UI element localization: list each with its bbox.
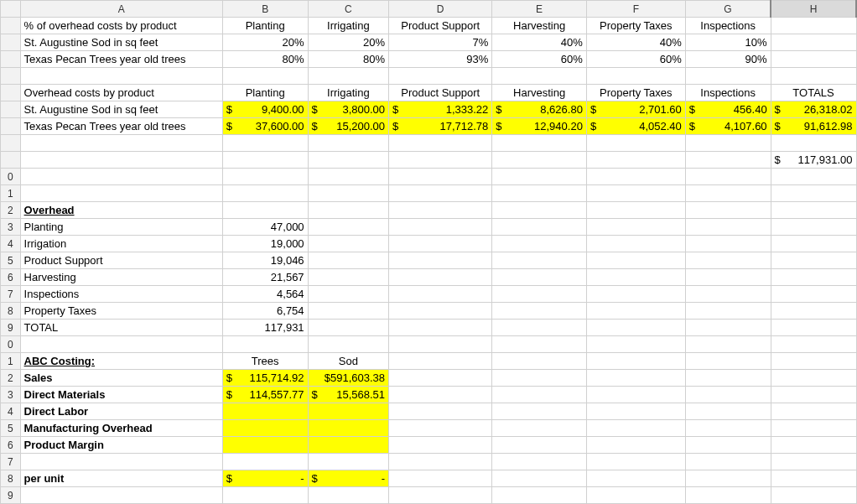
cell[interactable]: Overhead costs by product <box>20 85 222 101</box>
row-header[interactable]: 4 <box>1 236 21 252</box>
cell[interactable] <box>222 202 308 219</box>
cell[interactable]: $456.40 <box>685 101 771 118</box>
cell[interactable] <box>685 387 771 403</box>
cell[interactable] <box>222 403 308 420</box>
cell[interactable] <box>771 336 856 353</box>
cell[interactable]: Irrigating <box>308 85 388 101</box>
cell[interactable] <box>685 403 771 420</box>
cell[interactable] <box>685 370 771 387</box>
cell[interactable] <box>389 135 492 152</box>
cell[interactable] <box>389 252 492 269</box>
cell[interactable] <box>222 185 308 202</box>
cell[interactable] <box>771 236 856 252</box>
row-header[interactable] <box>1 118 21 135</box>
cell[interactable]: Harvesting <box>20 269 222 286</box>
cell[interactable]: Harvesting <box>492 85 587 101</box>
cell[interactable]: $2,701.60 <box>586 101 685 118</box>
cell[interactable]: Texas Pecan Trees year old trees <box>20 51 222 68</box>
cell[interactable] <box>492 353 587 370</box>
cell[interactable] <box>586 303 685 320</box>
cell[interactable]: Planting <box>222 18 308 34</box>
cell[interactable] <box>492 470 587 487</box>
cell[interactable] <box>586 420 685 437</box>
col-header-G[interactable]: G <box>685 1 771 18</box>
cell[interactable] <box>308 252 388 269</box>
cell[interactable] <box>389 403 492 420</box>
cell[interactable] <box>492 202 587 219</box>
cell[interactable]: 80% <box>308 51 388 68</box>
cell[interactable]: Inspections <box>685 18 771 34</box>
cell[interactable] <box>222 420 308 437</box>
row-header[interactable] <box>1 85 21 101</box>
cell[interactable]: St. Augustine Sod in sq feet <box>20 34 222 51</box>
cell[interactable] <box>222 487 308 504</box>
row-header[interactable] <box>1 68 21 85</box>
cell[interactable] <box>389 236 492 252</box>
cell[interactable] <box>308 185 388 202</box>
cell[interactable] <box>389 303 492 320</box>
cell[interactable] <box>771 303 856 320</box>
cell[interactable] <box>586 202 685 219</box>
cell[interactable]: 20% <box>222 34 308 51</box>
cell[interactable] <box>685 487 771 504</box>
cell[interactable] <box>586 286 685 303</box>
row-header[interactable]: 8 <box>1 303 21 320</box>
cell[interactable] <box>222 437 308 454</box>
cell[interactable]: Product Support <box>20 252 222 269</box>
col-header-A[interactable]: A <box>20 1 222 18</box>
cell[interactable] <box>492 454 587 470</box>
cell[interactable]: Irrigating <box>308 18 388 34</box>
cell[interactable]: Product Support <box>389 85 492 101</box>
cell[interactable] <box>308 437 388 454</box>
cell[interactable] <box>586 336 685 353</box>
cell[interactable] <box>20 169 222 185</box>
cell[interactable]: $15,568.51 <box>308 387 388 403</box>
cell[interactable]: 6,754 <box>222 303 308 320</box>
cell[interactable] <box>685 152 771 169</box>
cell[interactable] <box>685 135 771 152</box>
cell[interactable]: $1,333.22 <box>389 101 492 118</box>
cell[interactable] <box>685 353 771 370</box>
cell[interactable] <box>308 286 388 303</box>
cell[interactable] <box>771 185 856 202</box>
cell[interactable] <box>389 353 492 370</box>
row-header[interactable]: 6 <box>1 437 21 454</box>
cell[interactable] <box>771 51 856 68</box>
row-header[interactable]: 0 <box>1 169 21 185</box>
cell[interactable] <box>20 185 222 202</box>
cell[interactable] <box>685 470 771 487</box>
cell[interactable] <box>685 236 771 252</box>
cell[interactable]: $8,626.80 <box>492 101 587 118</box>
cell[interactable]: 40% <box>492 34 587 51</box>
row-header[interactable] <box>1 18 21 34</box>
cell[interactable] <box>771 353 856 370</box>
cell[interactable]: Harvesting <box>492 18 587 34</box>
cell[interactable] <box>20 135 222 152</box>
cell[interactable]: Inspections <box>685 85 771 101</box>
cell[interactable] <box>20 152 222 169</box>
cell[interactable] <box>586 403 685 420</box>
cell[interactable] <box>492 269 587 286</box>
cell[interactable]: Product Support <box>389 18 492 34</box>
cell[interactable] <box>586 470 685 487</box>
select-all-corner[interactable] <box>1 1 21 18</box>
cell[interactable]: 19,046 <box>222 252 308 269</box>
row-header[interactable]: 5 <box>1 420 21 437</box>
cell[interactable]: Inspections <box>20 286 222 303</box>
cell[interactable] <box>586 152 685 169</box>
cell[interactable] <box>685 286 771 303</box>
cell[interactable] <box>20 68 222 85</box>
cell[interactable] <box>308 487 388 504</box>
cell[interactable] <box>389 387 492 403</box>
cell[interactable]: $17,712.78 <box>389 118 492 135</box>
cell[interactable] <box>308 202 388 219</box>
cell[interactable] <box>586 320 685 336</box>
row-header[interactable]: 7 <box>1 286 21 303</box>
cell[interactable] <box>389 219 492 236</box>
cell[interactable] <box>308 336 388 353</box>
cell[interactable] <box>308 269 388 286</box>
cell[interactable]: Product Margin <box>20 437 222 454</box>
cell[interactable] <box>222 336 308 353</box>
row-header[interactable]: 3 <box>1 387 21 403</box>
cell[interactable] <box>586 135 685 152</box>
